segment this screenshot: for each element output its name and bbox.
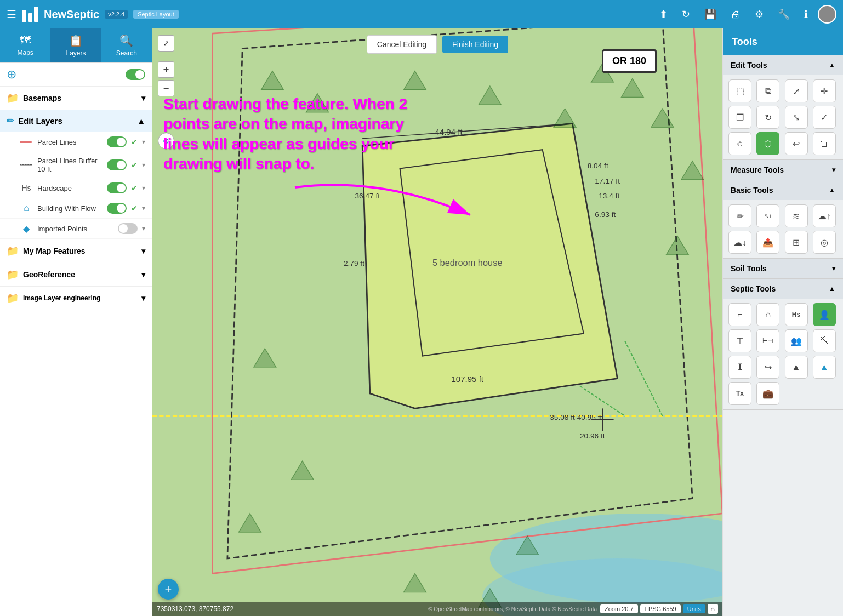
select-green-tool[interactable]: ⬡ [756, 132, 779, 155]
suitcase-tool[interactable]: 💼 [756, 382, 779, 405]
image-layer-chevron-icon: ▾ [141, 294, 145, 303]
cursor-add-tool[interactable]: ↖+ [756, 204, 779, 227]
select-copy-tool[interactable]: ⧉ [756, 79, 779, 102]
septic-tools-header[interactable]: Septic Tools ▲ [723, 279, 843, 299]
septic-pipe-tool[interactable]: ⌐ [728, 303, 751, 326]
left-sidebar: 🗺 Maps 📋 Layers 🔍 Search ⊕ 📁 Basemaps [0, 28, 152, 616]
hardscape-check-icon: ✔ [131, 184, 138, 192]
map-editing-bar: Cancel Editing Finish Editing [152, 28, 722, 60]
soil-tools-section: Soil Tools ▾ [723, 259, 843, 279]
undo-tool[interactable]: ↩ [785, 132, 808, 155]
refresh-icon[interactable]: ↻ [677, 6, 694, 22]
share-icon[interactable]: ⬆ [655, 6, 672, 22]
right-panel: Tools Edit Tools ▲ ⬚ ⧉ ⤢ ✛ ❐ ↻ ⤡ ✓ ⌾ ⬡ ↩… [722, 28, 843, 616]
svg-text:2.79 ft: 2.79 ft [344, 259, 364, 267]
stream-tool[interactable]: ≋ [785, 204, 808, 227]
parcel-lines-label: Parcel Lines [37, 138, 102, 146]
scale-tool[interactable]: ⤡ [785, 106, 808, 129]
text-tool[interactable]: Tx [728, 382, 751, 405]
info-icon[interactable]: ℹ [800, 6, 812, 22]
save-icon[interactable]: 💾 [700, 6, 721, 22]
zoom-badge: Zoom 20.7 [600, 604, 638, 613]
map-area[interactable]: 44.94 ft 36.47 ft 8.04 ft 17.17 ft 13.4 … [152, 28, 722, 616]
sidebar-item-search[interactable]: 🔍 Search [101, 28, 152, 62]
edit-layers-header[interactable]: ✏ Edit Layers ▲ [0, 110, 152, 132]
map-home-button[interactable]: ⌂ [708, 604, 718, 614]
svg-text:107.95 ft: 107.95 ft [451, 374, 483, 384]
ruler-tool[interactable]: 𝐈 [728, 356, 751, 379]
check-tool[interactable]: ✓ [813, 106, 836, 129]
edit-tools-label: Edit Tools [731, 61, 767, 70]
image-layer-header[interactable]: 📁 Image Layer engineering ▾ [0, 287, 152, 310]
imported-points-icon: ◆ [20, 224, 33, 234]
version-badge: v2.2.4 [105, 10, 128, 19]
units-button[interactable]: Units [683, 604, 705, 613]
building-flow-label: Building With Flow [37, 204, 102, 213]
basic-tools-header[interactable]: Basic Tools ▲ [723, 180, 843, 200]
zoom-in-button[interactable]: + [158, 61, 174, 78]
edit-tools-section: Edit Tools ▲ ⬚ ⧉ ⤢ ✛ ❐ ↻ ⤡ ✓ ⌾ ⬡ ↩ 🗑 [723, 55, 843, 160]
hardscape-chevron-icon[interactable]: ▾ [142, 184, 145, 192]
layers-toggle[interactable] [126, 69, 145, 80]
select-expand-tool[interactable]: ⤢ [785, 79, 808, 102]
house-tool[interactable]: ⌂ [756, 303, 779, 326]
avatar[interactable] [818, 5, 836, 24]
my-map-features-header[interactable]: 📁 My Map Features ▾ [0, 239, 152, 263]
mound-tool[interactable]: ▲ [785, 356, 808, 379]
hardscape-toggle[interactable] [107, 182, 127, 193]
svg-text:44.94 ft: 44.94 ft [435, 127, 463, 136]
parcel-buffer-chevron-icon[interactable]: ▾ [142, 161, 145, 169]
upload-cloud-tool[interactable]: ☁↑ [813, 204, 836, 227]
map-svg: 44.94 ft 36.47 ft 8.04 ft 17.17 ft 13.4 … [152, 28, 722, 616]
parcel-buffer-toggle[interactable] [107, 159, 127, 170]
hs-text-tool[interactable]: Hs [785, 303, 808, 326]
triangle-tool[interactable]: ▲ [813, 356, 836, 379]
building-toggle[interactable] [107, 203, 127, 214]
distribution-tool[interactable]: ⊢⊣ [756, 329, 779, 352]
lasso-tool[interactable]: ⌾ [728, 132, 751, 155]
add-feature-button[interactable]: + [158, 579, 179, 600]
grid-resize-tool[interactable]: ⊞ [785, 231, 808, 254]
layer-item-hardscape: Hs Hardscape ✔ ▾ [0, 178, 152, 198]
cancel-editing-button[interactable]: Cancel Editing [367, 35, 437, 54]
menu-icon[interactable]: ☰ [7, 8, 16, 21]
imported-points-chevron-icon[interactable]: ▾ [142, 225, 145, 232]
imported-points-toggle[interactable] [118, 223, 138, 234]
rotate-tool[interactable]: ↻ [756, 106, 779, 129]
measure-tools-header[interactable]: Measure Tools ▾ [723, 160, 843, 180]
georeference-header[interactable]: 📁 GeoReference ▾ [0, 263, 152, 286]
soil-tools-chevron-icon: ▾ [832, 265, 835, 272]
download-cloud-tool[interactable]: ☁↓ [728, 231, 751, 254]
delete-tool[interactable]: 🗑 [813, 132, 836, 155]
maps-label: Maps [17, 49, 33, 56]
parcel-lines-toggle[interactable] [107, 136, 127, 147]
sidebar-item-layers[interactable]: 📋 Layers [50, 28, 101, 62]
finish-editing-button[interactable]: Finish Editing [442, 36, 508, 53]
person-green-tool[interactable]: 👤 [813, 303, 836, 326]
move-tool[interactable]: ✛ [813, 79, 836, 102]
zoom-out-button[interactable]: − [158, 80, 174, 96]
excavation-tool[interactable]: ⛏ [813, 329, 836, 352]
select-rect-tool[interactable]: ⬚ [728, 79, 751, 102]
parcel-lines-chevron-icon[interactable]: ▾ [142, 138, 145, 146]
tank-tool[interactable]: ⊤ [728, 329, 751, 352]
edit-tools-header[interactable]: Edit Tools ▲ [723, 55, 843, 75]
folder-upload-tool[interactable]: 📤 [756, 231, 779, 254]
locate-button[interactable]: ⊕ [158, 133, 174, 149]
duplicate-tool[interactable]: ❐ [728, 106, 751, 129]
print-icon[interactable]: 🖨 [726, 7, 745, 22]
pencil-tool[interactable]: ✏ [728, 204, 751, 227]
basemaps-chevron-icon: ▾ [141, 94, 145, 102]
settings-icon[interactable]: ⚙ [750, 6, 768, 22]
building-chevron-icon[interactable]: ▾ [142, 204, 145, 212]
soil-tools-header[interactable]: Soil Tools ▾ [723, 259, 843, 278]
tools-icon[interactable]: 🔧 [773, 6, 794, 22]
my-map-features-label: My Map Features [23, 247, 86, 255]
curve-tool[interactable]: ↪ [756, 356, 779, 379]
parcel-buffer-check-icon: ✔ [131, 161, 138, 169]
basemaps-header[interactable]: 📁 Basemaps ▾ [0, 87, 152, 110]
add-layer-icon[interactable]: ⊕ [7, 67, 16, 82]
sidebar-item-maps[interactable]: 🗺 Maps [0, 28, 50, 62]
people-tool[interactable]: 👥 [785, 329, 808, 352]
circle-query-tool[interactable]: ◎ [813, 231, 836, 254]
